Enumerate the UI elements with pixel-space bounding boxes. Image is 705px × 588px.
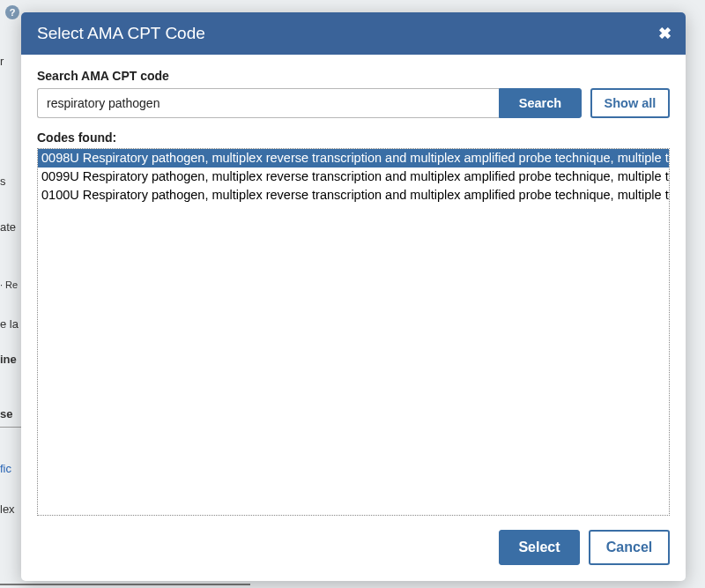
modal-footer: Select Cancel	[21, 516, 686, 581]
code-row[interactable]: 0098U Respiratory pathogen, multiplex re…	[38, 149, 669, 167]
show-all-button[interactable]: Show all	[590, 88, 670, 118]
bg-text: fic	[0, 462, 11, 475]
bg-text: ine	[0, 353, 17, 366]
bg-text: ate	[0, 220, 16, 234]
help-icon[interactable]: ?	[5, 5, 19, 19]
modal-title: Select AMA CPT Code	[37, 24, 205, 43]
select-cpt-modal: Select AMA CPT Code ✖ Search AMA CPT cod…	[21, 12, 686, 581]
search-group: Search	[37, 88, 582, 118]
search-button[interactable]: Search	[499, 88, 582, 118]
code-row[interactable]: 0100U Respiratory pathogen, multiplex re…	[38, 186, 669, 205]
select-button[interactable]: Select	[499, 530, 580, 565]
bg-text: e la	[0, 317, 19, 331]
bg-text: s	[0, 175, 6, 188]
bg-text: r	[0, 55, 4, 68]
bg-text: se	[0, 407, 12, 421]
cancel-button[interactable]: Cancel	[589, 530, 670, 565]
search-input[interactable]	[37, 88, 499, 118]
codes-listbox[interactable]: 0098U Respiratory pathogen, multiplex re…	[37, 148, 670, 516]
search-label: Search AMA CPT code	[37, 69, 670, 83]
modal-header: Select AMA CPT Code ✖	[21, 12, 686, 55]
search-row: Search Show all	[37, 88, 670, 118]
code-row[interactable]: 0099U Respiratory pathogen, multiplex re…	[38, 167, 669, 186]
modal-body: Search AMA CPT code Search Show all Code…	[21, 55, 686, 516]
bg-text: · Re	[0, 279, 18, 290]
codes-found-label: Codes found:	[37, 130, 670, 145]
close-icon[interactable]: ✖	[656, 25, 673, 42]
bg-text: lex	[0, 502, 15, 516]
